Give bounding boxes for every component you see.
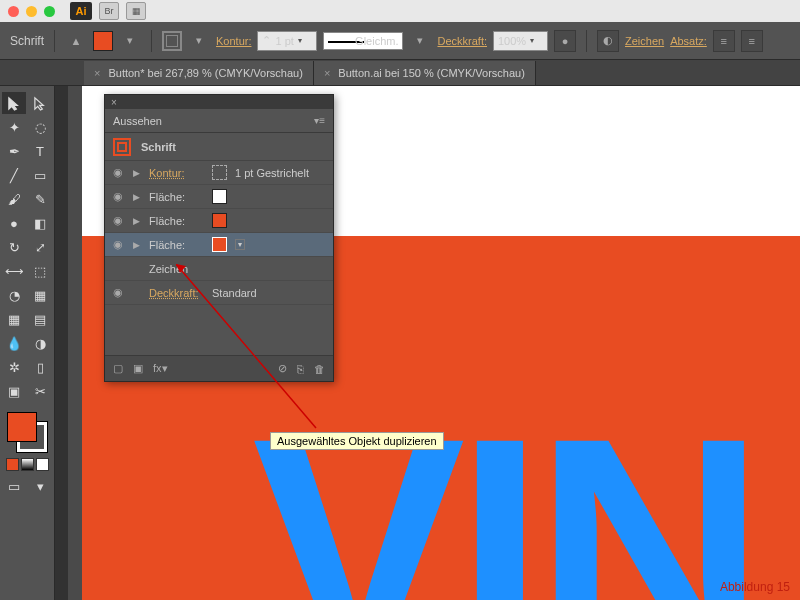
close-icon[interactable]: × [111,97,117,108]
expand-icon[interactable]: ▶ [133,240,141,250]
flaeche-label: Fläche: [149,215,204,227]
fx-icon[interactable]: fx▾ [153,362,168,375]
panel-title: Aussehen [113,115,162,127]
new-fill-icon[interactable]: ▣ [133,362,143,375]
opacity-row[interactable]: ◉ Deckkraft: Standard [105,281,333,305]
swatch-dropdown-icon[interactable]: ▾ [235,239,245,250]
align-center-button[interactable]: ≡ [741,30,763,52]
rotate-tool[interactable]: ↻ [2,236,26,258]
absatz-link[interactable]: Absatz: [670,35,707,47]
zeichen-link[interactable]: Zeichen [625,35,664,47]
stroke-style-caret[interactable]: ▾ [409,30,431,52]
screen-mode[interactable]: ▭ [2,475,26,497]
char-icon[interactable]: ▲ [65,30,87,52]
zeichen-row[interactable]: Zeichen [105,257,333,281]
align-left-button[interactable]: ≡ [713,30,735,52]
fill-color[interactable] [7,412,37,442]
stroke-swatch[interactable] [162,31,182,51]
figure-caption: Abbildung 15 [720,580,790,594]
graph-tool[interactable]: ▯ [28,356,52,378]
magic-wand-tool[interactable]: ✦ [2,116,26,138]
free-transform-tool[interactable]: ⬚ [28,260,52,282]
pencil-tool[interactable]: ✎ [28,188,52,210]
expand-icon[interactable]: ▶ [133,192,141,202]
tab-doc1[interactable]: ×Button* bei 267,89 % (CMYK/Vorschau) [84,61,314,85]
selection-tool[interactable] [2,92,26,114]
type-tool[interactable]: T [28,140,52,162]
visibility-icon[interactable]: ◉ [113,166,125,179]
opacity-dropdown[interactable]: 100%▾ [493,31,548,51]
deckkraft-link[interactable]: Deckkraft: [437,35,487,47]
stroke-caret[interactable]: ▾ [188,30,210,52]
gradient-tool[interactable]: ▤ [28,308,52,330]
panel-menu-icon[interactable]: ▾≡ [314,115,325,126]
eraser-tool[interactable]: ◧ [28,212,52,234]
new-stroke-icon[interactable]: ▢ [113,362,123,375]
kontur-link[interactable]: Kontur: [216,35,251,47]
fill-swatch[interactable] [93,31,113,51]
slice-tool[interactable]: ✂ [28,380,52,402]
fx-button[interactable]: ● [554,30,576,52]
panel-header[interactable]: Aussehen ▾≡ [105,109,333,133]
direct-selection-tool[interactable] [28,92,52,114]
symbol-sprayer-tool[interactable]: ✲ [2,356,26,378]
bridge-button[interactable]: Br [99,2,119,20]
fill-swatch-orange[interactable] [212,213,227,228]
kontur-label[interactable]: Kontur: [149,167,204,179]
close-icon[interactable]: × [324,67,330,79]
expand-icon[interactable]: ▶ [133,168,141,178]
expand-icon[interactable]: ▶ [133,216,141,226]
tooltip: Ausgewähltes Objekt duplizieren [270,432,444,450]
clear-icon[interactable]: ⊘ [278,362,287,375]
fill-swatch-white[interactable] [212,189,227,204]
tab-doc2[interactable]: ×Button.ai bei 150 % (CMYK/Vorschau) [314,61,536,85]
visibility-icon[interactable]: ◉ [113,190,125,203]
trash-icon[interactable]: 🗑 [314,363,325,375]
visibility-icon[interactable]: ◉ [113,286,125,299]
fill-stroke-indicator[interactable] [5,410,49,454]
color-mode[interactable] [6,458,19,471]
scale-tool[interactable]: ⤢ [28,236,52,258]
target-swatch [113,138,131,156]
arrange-button[interactable]: ▦ [126,2,146,20]
none-mode[interactable] [36,458,49,471]
mesh-tool[interactable]: ▦ [2,308,26,330]
line-tool[interactable]: ╱ [2,164,26,186]
lasso-tool[interactable]: ◌ [28,116,52,138]
deckkraft-label[interactable]: Deckkraft: [149,287,204,299]
panel-grip[interactable]: × [105,95,333,109]
eyedropper-tool[interactable]: 💧 [2,332,26,354]
stroke-row[interactable]: ◉ ▶ Kontur: 1 pt Gestrichelt [105,161,333,185]
screen-mode-caret[interactable]: ▾ [28,475,52,497]
artboard-tool[interactable]: ▣ [2,380,26,402]
fill-row-3-selected[interactable]: ◉ ▶ Fläche: ▾ [105,233,333,257]
rectangle-tool[interactable]: ▭ [28,164,52,186]
blend-tool[interactable]: ◑ [28,332,52,354]
color-mode-row [6,458,49,471]
perspective-tool[interactable]: ▦ [28,284,52,306]
stroke-swatch[interactable] [212,165,227,180]
fill-row-1[interactable]: ◉ ▶ Fläche: [105,185,333,209]
fill-caret[interactable]: ▾ [119,30,141,52]
fill-row-2[interactable]: ◉ ▶ Fläche: [105,209,333,233]
fill-swatch-orange-sel[interactable] [212,237,227,252]
target-row: Schrift [105,133,333,161]
pen-tool[interactable]: ✒ [2,140,26,162]
stroke-weight-dropdown[interactable]: ⌃1 pt▾ [257,31,317,51]
stroke-value: 1 pt Gestrichelt [235,167,309,179]
brush-tool[interactable]: 🖌 [2,188,26,210]
visibility-icon[interactable]: ◉ [113,238,125,251]
duplicate-icon[interactable]: ⎘ [297,363,304,375]
close-icon[interactable]: × [94,67,100,79]
width-tool[interactable]: ⟷ [2,260,26,282]
minimize-dot[interactable] [26,6,37,17]
stroke-style-dropdown[interactable]: Gleichm. [323,32,403,50]
recolor-button[interactable]: ◐ [597,30,619,52]
visibility-icon[interactable]: ◉ [113,214,125,227]
blob-brush-tool[interactable]: ● [2,212,26,234]
deckkraft-value: Standard [212,287,257,299]
zoom-dot[interactable] [44,6,55,17]
gradient-mode[interactable] [21,458,34,471]
shape-builder-tool[interactable]: ◔ [2,284,26,306]
close-dot[interactable] [8,6,19,17]
